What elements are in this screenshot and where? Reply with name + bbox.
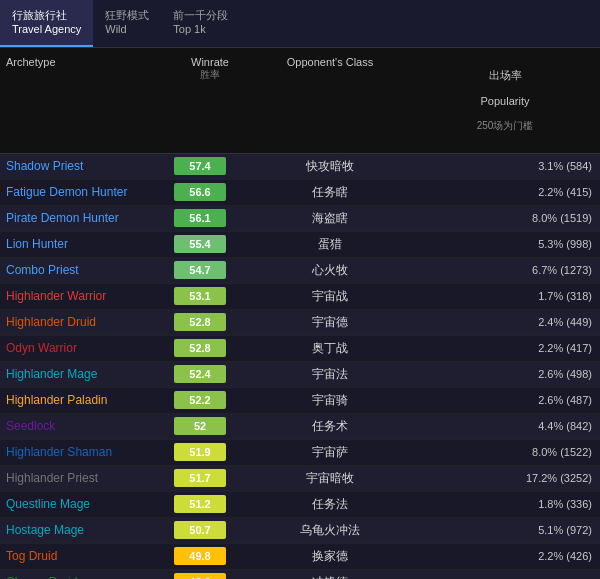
popularity-value: 2.6% (498)	[410, 364, 600, 384]
popularity-value: 1.8% (336)	[410, 494, 600, 514]
table-row: Highlander Mage 52.4 宇宙法 2.6% (498)	[0, 362, 600, 388]
archetype-name: Odyn Warrior	[0, 337, 170, 359]
popularity-value: 5.1% (972)	[410, 520, 600, 540]
popularity-value: 2.2% (426)	[410, 546, 600, 566]
popularity-value: 6.7% (1273)	[410, 260, 600, 280]
winrate-bar: 52	[174, 417, 226, 435]
table-row: Combo Priest 54.7 心火牧 6.7% (1273)	[0, 258, 600, 284]
opponent-class: 任务术	[250, 414, 410, 439]
opponent-class: 心火牧	[250, 258, 410, 283]
opponent-class: 蛋猎	[250, 232, 410, 257]
popularity-value: 2.2% (415)	[410, 182, 600, 202]
opponent-class: 任务法	[250, 492, 410, 517]
table-row: Highlander Warrior 53.1 宇宙战 1.7% (318)	[0, 284, 600, 310]
opponent-class: 宇宙暗牧	[250, 466, 410, 491]
winrate-cell: 52.4	[170, 363, 250, 385]
popularity-value: 3.1% (584)	[410, 156, 600, 176]
table-row: Lion Hunter 55.4 蛋猎 5.3% (998)	[0, 232, 600, 258]
winrate-bar: 52.8	[174, 339, 226, 357]
table-row: Charge Druid 49.6 冲锋德	[0, 570, 600, 579]
archetype-name: Highlander Paladin	[0, 389, 170, 411]
table-row: Hostage Mage 50.7 乌龟火冲法 5.1% (972)	[0, 518, 600, 544]
archetype-name: Fatigue Demon Hunter	[0, 181, 170, 203]
archetype-name: Highlander Mage	[0, 363, 170, 385]
archetype-name: Highlander Shaman	[0, 441, 170, 463]
winrate-cell: 49.6	[170, 571, 250, 579]
column-headers: Archetype Winrate 胜率 Opponent's Class 出场…	[0, 48, 600, 154]
opponent-class: 宇宙法	[250, 362, 410, 387]
winrate-cell: 52	[170, 415, 250, 437]
winrate-cell: 56.6	[170, 181, 250, 203]
tab-top1k[interactable]: 前一千分段 Top 1k	[161, 0, 240, 47]
table-row: Shadow Priest 57.4 快攻暗牧 3.1% (584)	[0, 154, 600, 180]
winrate-cell: 51.2	[170, 493, 250, 515]
archetype-header: Archetype	[0, 52, 170, 149]
winrate-header: Winrate 胜率	[170, 52, 250, 149]
winrate-bar: 54.7	[174, 261, 226, 279]
winrate-cell: 49.8	[170, 545, 250, 567]
archetype-name: Highlander Warrior	[0, 285, 170, 307]
table-row: Seedlock 52 任务术 4.4% (842)	[0, 414, 600, 440]
opponent-class: 宇宙战	[250, 284, 410, 309]
table-row: Highlander Paladin 52.2 宇宙骑 2.6% (487)	[0, 388, 600, 414]
winrate-cell: 52.8	[170, 311, 250, 333]
table-row: Pirate Demon Hunter 56.1 海盗瞎 8.0% (1519)	[0, 206, 600, 232]
opponent-header: Opponent's Class	[250, 52, 410, 149]
archetype-name: Hostage Mage	[0, 519, 170, 541]
winrate-cell: 54.7	[170, 259, 250, 281]
popularity-value: 8.0% (1519)	[410, 208, 600, 228]
winrate-cell: 55.4	[170, 233, 250, 255]
tab-wild[interactable]: 狂野模式 Wild	[93, 0, 161, 47]
opponent-class: 海盗瞎	[250, 206, 410, 231]
winrate-bar: 51.7	[174, 469, 226, 487]
winrate-bar: 49.6	[174, 573, 226, 579]
header-tabs: 行旅旅行社 行旅旅行社 Travel Agency Travel Agency …	[0, 0, 600, 48]
popularity-value: 4.4% (842)	[410, 416, 600, 436]
winrate-bar: 52.8	[174, 313, 226, 331]
archetype-name: Seedlock	[0, 415, 170, 437]
popularity-value: 2.6% (487)	[410, 390, 600, 410]
archetype-name: Charge Druid	[0, 571, 170, 579]
winrate-bar: 55.4	[174, 235, 226, 253]
popularity-value: 1.7% (318)	[410, 286, 600, 306]
table-row: Questline Mage 51.2 任务法 1.8% (336)	[0, 492, 600, 518]
winrate-bar: 56.1	[174, 209, 226, 227]
winrate-cell: 57.4	[170, 155, 250, 177]
opponent-class: 宇宙骑	[250, 388, 410, 413]
table-row: Highlander Priest 51.7 宇宙暗牧 17.2% (3252)	[0, 466, 600, 492]
winrate-cell: 50.7	[170, 519, 250, 541]
winrate-bar: 52.2	[174, 391, 226, 409]
winrate-bar: 51.9	[174, 443, 226, 461]
archetype-name: Pirate Demon Hunter	[0, 207, 170, 229]
winrate-bar: 49.8	[174, 547, 226, 565]
winrate-bar: 51.2	[174, 495, 226, 513]
table-row: Highlander Shaman 51.9 宇宙萨 8.0% (1522)	[0, 440, 600, 466]
winrate-bar: 53.1	[174, 287, 226, 305]
archetype-name: Tog Druid	[0, 545, 170, 567]
archetype-name: Shadow Priest	[0, 155, 170, 177]
winrate-bar: 56.6	[174, 183, 226, 201]
archetype-name: Questline Mage	[0, 493, 170, 515]
tab-travel-agency[interactable]: 行旅旅行社 行旅旅行社 Travel Agency Travel Agency	[0, 0, 93, 47]
opponent-class: 任务瞎	[250, 180, 410, 205]
winrate-bar: 50.7	[174, 521, 226, 539]
winrate-cell: 52.2	[170, 389, 250, 411]
popularity-value: 17.2% (3252)	[410, 468, 600, 488]
popularity-value: 2.2% (417)	[410, 338, 600, 358]
popularity-value: 2.4% (449)	[410, 312, 600, 332]
opponent-class: 乌龟火冲法	[250, 518, 410, 543]
table-row: Tog Druid 49.8 换家德 2.2% (426)	[0, 544, 600, 570]
opponent-class: 宇宙德	[250, 310, 410, 335]
popularity-header: 出场率 Popularity 250场为门槛	[410, 52, 600, 149]
popularity-value: 5.3% (998)	[410, 234, 600, 254]
opponent-class: 奥丁战	[250, 336, 410, 361]
winrate-bar: 52.4	[174, 365, 226, 383]
archetype-name: Highlander Priest	[0, 467, 170, 489]
winrate-cell: 52.8	[170, 337, 250, 359]
table-row: Fatigue Demon Hunter 56.6 任务瞎 2.2% (415)	[0, 180, 600, 206]
winrate-bar: 57.4	[174, 157, 226, 175]
winrate-cell: 53.1	[170, 285, 250, 307]
opponent-class: 换家德	[250, 544, 410, 569]
data-table: Shadow Priest 57.4 快攻暗牧 3.1% (584) Fatig…	[0, 154, 600, 579]
archetype-name: Highlander Druid	[0, 311, 170, 333]
